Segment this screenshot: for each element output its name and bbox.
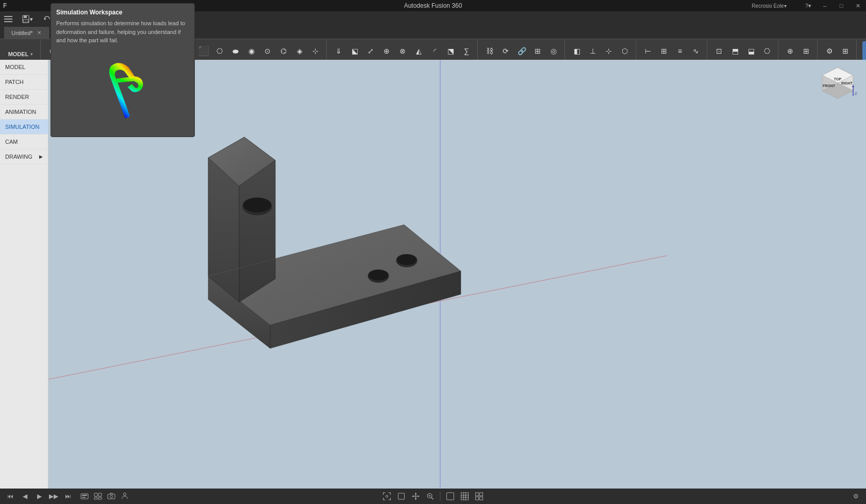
user-menu-btn[interactable]: Recrosio Eole ▾ [738, 0, 800, 11]
maximize-btn[interactable]: □ [833, 0, 850, 11]
inspect-zebra-btn[interactable]: ≡ [672, 42, 688, 60]
modify-split-btn[interactable]: ⊗ [395, 42, 410, 60]
modify-fillet-btn[interactable]: ◜ [427, 42, 442, 60]
svg-rect-41 [94, 497, 97, 499]
svg-marker-50 [412, 495, 414, 497]
insert-buttons: ⊡ ⬒ ⬓ ⎔ [711, 42, 775, 60]
create-sweep-btn[interactable]: ⊹ [308, 42, 323, 60]
modify-chamfer-btn[interactable]: ⬔ [443, 42, 458, 60]
settings-btn[interactable]: ⚙ [850, 491, 862, 502]
svg-text:RIGHT: RIGHT [841, 81, 853, 85]
playback-prev-btn[interactable]: ◀ [19, 491, 31, 502]
create-cyl-btn[interactable]: ⬬ [228, 42, 243, 60]
modify-shell-btn[interactable]: ⬕ [347, 42, 362, 60]
playback-next-btn[interactable]: ▶▶ [47, 491, 60, 502]
workspace-model[interactable]: MODEL [0, 60, 48, 75]
select-btn[interactable] [862, 41, 867, 61]
modify-draft-btn[interactable]: ◭ [411, 42, 426, 60]
pan-btn[interactable] [410, 491, 422, 502]
workspace-simulation[interactable]: SIMULATION [0, 120, 48, 135]
select-buttons [862, 41, 867, 61]
construct-midplane-btn[interactable]: ⬡ [617, 42, 632, 60]
insert-canvas-btn[interactable]: ⊡ [711, 42, 727, 60]
left-panel: MODEL PATCH RENDER ANIMATION SIMULATION … [0, 60, 48, 489]
person-btn[interactable] [119, 491, 131, 502]
part-3d-view[interactable] [172, 111, 492, 369]
timeline-view-btn[interactable] [78, 491, 91, 502]
assemble-motion-btn[interactable]: ⟳ [498, 42, 513, 60]
untitled-tab[interactable]: Untitled* ✕ [4, 27, 49, 39]
insert-decal-btn[interactable]: ⎔ [759, 42, 775, 60]
multi-view-btn[interactable] [473, 491, 486, 502]
view-cube[interactable]: TOP FRONT RIGHT Z [817, 65, 858, 106]
modify-press-btn[interactable]: ⇓ [331, 42, 346, 60]
create-loft-btn[interactable]: ◈ [292, 42, 307, 60]
svg-rect-63 [480, 493, 483, 496]
assemble-drive-btn[interactable]: ◎ [546, 42, 561, 60]
svg-marker-6 [44, 18, 46, 20]
svg-rect-42 [98, 497, 102, 499]
insert-svg-btn[interactable]: ⬒ [727, 42, 743, 60]
workspace-drawing[interactable]: DRAWING ▶ [0, 149, 48, 164]
inspect-measure-btn[interactable]: ⊢ [640, 42, 656, 60]
window-icon: F [3, 2, 7, 9]
playback-end-btn[interactable]: ⏭ [62, 491, 74, 502]
minimize-btn[interactable]: – [817, 0, 833, 11]
svg-rect-0 [4, 16, 12, 17]
svg-rect-5 [23, 20, 28, 22]
storyboard-btn[interactable] [92, 491, 104, 502]
svg-rect-65 [480, 497, 483, 500]
create-mesh-btn[interactable]: ⎔ [212, 42, 227, 60]
camera-btn[interactable] [105, 491, 118, 502]
tooltip-text: Performs simulation to determine how loa… [56, 19, 189, 45]
svg-rect-56 [447, 493, 454, 500]
svg-rect-61 [461, 493, 469, 500]
make-3dprint-btn[interactable]: ⊕ [782, 42, 798, 60]
view-cube-svg[interactable]: TOP FRONT RIGHT Z [817, 65, 858, 106]
insert-dxf-btn[interactable]: ⬓ [743, 42, 759, 60]
zoom-btn[interactable] [424, 491, 437, 502]
svg-text:TOP: TOP [834, 77, 842, 81]
assemble-contact-btn[interactable]: ⊞ [530, 42, 545, 60]
create-pipe-btn[interactable]: ⌬ [276, 42, 291, 60]
help-btn[interactable]: ?▾ [800, 0, 817, 11]
inspect-section-btn[interactable]: ⊞ [656, 42, 672, 60]
svg-rect-38 [82, 497, 86, 498]
construct-plane-btn[interactable]: ◧ [569, 42, 585, 60]
title-bar-text: Autodesk Fusion 360 [404, 2, 462, 9]
playback-play-btn[interactable]: ▶ [33, 491, 45, 502]
modify-sigma-btn[interactable]: ∑ [459, 42, 474, 60]
svg-point-46 [386, 495, 388, 497]
workspace-cam[interactable]: CAM [0, 135, 48, 149]
workspace-animation[interactable]: ANIMATION [0, 105, 48, 120]
svg-rect-64 [476, 497, 479, 500]
workspace-patch[interactable]: PATCH [0, 75, 48, 90]
fit-view-btn[interactable] [381, 491, 393, 502]
display-settings-btn[interactable] [444, 491, 457, 502]
svg-point-23 [396, 254, 417, 265]
playback-start-btn[interactable]: ⏮ [4, 491, 16, 502]
modify-combine-btn[interactable]: ⊕ [379, 42, 394, 60]
assemble-rigid-btn[interactable]: 🔗 [514, 42, 529, 60]
tab-close-btn[interactable]: ✕ [37, 30, 41, 36]
app-menu-btn[interactable] [0, 11, 16, 27]
save-btn[interactable]: ▾ [16, 11, 38, 27]
svg-rect-1 [4, 19, 12, 20]
create-torus-btn[interactable]: ⊙ [260, 42, 275, 60]
tooltip-title: Simulation Workspace [56, 9, 189, 16]
construct-point-btn[interactable]: ⊹ [601, 42, 617, 60]
assemble-joint-btn[interactable]: ⛓ [482, 42, 497, 60]
orbit-btn[interactable] [395, 491, 408, 502]
create-sphere-btn[interactable]: ◉ [244, 42, 259, 60]
addins-scripts-btn[interactable]: ⚙ [822, 42, 837, 60]
modify-scale-btn[interactable]: ⤢ [363, 42, 378, 60]
svg-rect-62 [476, 493, 479, 496]
inspect-curv-btn[interactable]: ∿ [688, 42, 704, 60]
construct-axis-btn[interactable]: ⊥ [585, 42, 601, 60]
create-box-btn[interactable]: ⬛ [196, 42, 211, 60]
close-btn[interactable]: ✕ [850, 0, 866, 11]
addins-store-btn[interactable]: ⊞ [838, 42, 853, 60]
grid-display-btn[interactable] [459, 491, 471, 502]
workspace-render[interactable]: RENDER [0, 90, 48, 105]
make-send-btn[interactable]: ⊞ [798, 42, 814, 60]
